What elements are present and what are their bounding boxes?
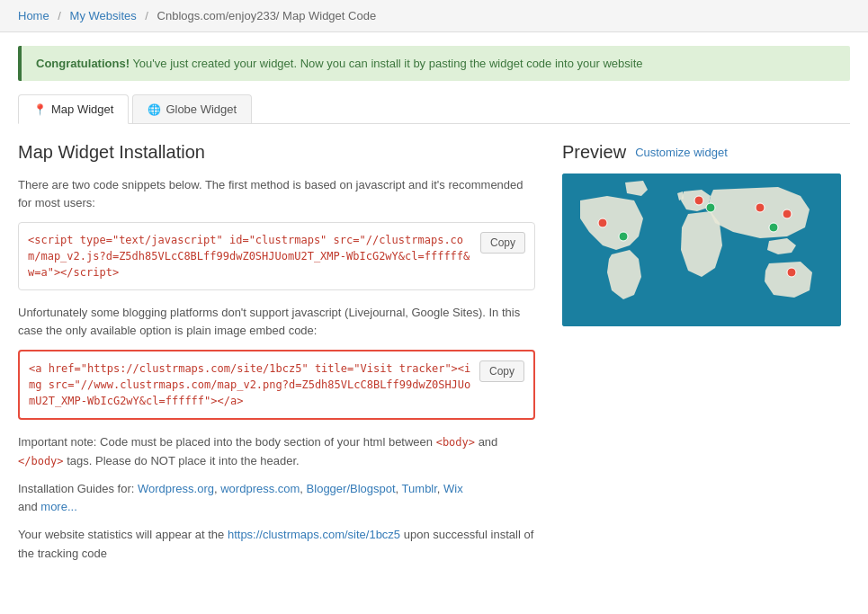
code-box-1: <script type="text/javascript" id="clust… — [18, 222, 535, 290]
preview-title: Preview — [562, 142, 626, 163]
globe-icon: 🌐 — [148, 103, 161, 116]
map-pin-icon: 📍 — [33, 103, 47, 116]
tab-map-widget[interactable]: 📍 Map Widget — [18, 94, 129, 124]
description-2: Unfortunately some blogging platforms do… — [18, 304, 535, 339]
breadcrumb-home[interactable]: Home — [18, 9, 49, 22]
guide-wix[interactable]: Wix — [443, 482, 463, 495]
code-text-1: <script type="text/javascript" id="clust… — [28, 232, 473, 280]
svg-point-1 — [598, 218, 607, 227]
breadcrumb: Home / My Websites / Cnblogs.com/enjoy23… — [0, 0, 868, 32]
copy-button-1[interactable]: Copy — [480, 232, 525, 254]
code-text-2: <a href="https://clustrmaps.com/site/1bc… — [29, 360, 472, 409]
section-title: Map Widget Installation — [18, 142, 535, 163]
guide-blogger[interactable]: Blogger/Blogspot — [307, 482, 396, 495]
banner-text: You've just created your widget. Now you… — [132, 57, 642, 70]
preview-header: Preview Customize widget — [562, 142, 850, 163]
right-panel: Preview Customize widget — [562, 142, 850, 573]
stats-note: Your website statistics will appear at t… — [18, 526, 535, 564]
banner-bold: Congratulations! — [36, 57, 130, 70]
svg-point-2 — [694, 196, 703, 205]
success-banner: Congratulations! You've just created you… — [18, 46, 850, 81]
tab-globe-widget[interactable]: 🌐 Globe Widget — [132, 94, 252, 123]
note-text: Important note: Code must be placed into… — [18, 433, 535, 471]
code-box-2: <a href="https://clustrmaps.com/site/1bc… — [18, 350, 535, 420]
stats-url-link[interactable]: https://clustrmaps.com/site/1bcz5 — [228, 528, 400, 541]
breadcrumb-current: Cnblogs.com/enjoy233/ Map Widget Code — [157, 9, 377, 22]
left-panel: Map Widget Installation There are two co… — [18, 142, 535, 573]
svg-point-7 — [706, 203, 715, 212]
svg-point-4 — [783, 209, 792, 218]
svg-point-8 — [769, 223, 778, 232]
tab-globe-widget-label: Globe Widget — [166, 102, 237, 116]
breadcrumb-my-websites[interactable]: My Websites — [70, 9, 137, 22]
svg-point-6 — [619, 232, 628, 241]
map-preview — [562, 174, 841, 326]
svg-point-5 — [787, 268, 796, 277]
tab-bar: 📍 Map Widget 🌐 Globe Widget — [18, 94, 850, 124]
main-content: Map Widget Installation There are two co… — [18, 142, 850, 573]
guide-tumblr[interactable]: Tumblr — [402, 482, 437, 495]
guide-wordpress-com[interactable]: wordpress.com — [220, 482, 300, 495]
world-map-svg — [562, 174, 841, 326]
svg-point-3 — [756, 203, 765, 212]
installation-guides: Installation Guides for: Wordpress.org, … — [18, 480, 535, 518]
description-1: There are two code snippets below. The f… — [18, 176, 535, 211]
guide-wordpress-org[interactable]: Wordpress.org — [138, 482, 214, 495]
copy-button-2[interactable]: Copy — [479, 360, 524, 382]
guide-more[interactable]: more... — [40, 500, 76, 513]
customize-widget-link[interactable]: Customize widget — [635, 146, 728, 159]
tab-map-widget-label: Map Widget — [51, 102, 113, 116]
